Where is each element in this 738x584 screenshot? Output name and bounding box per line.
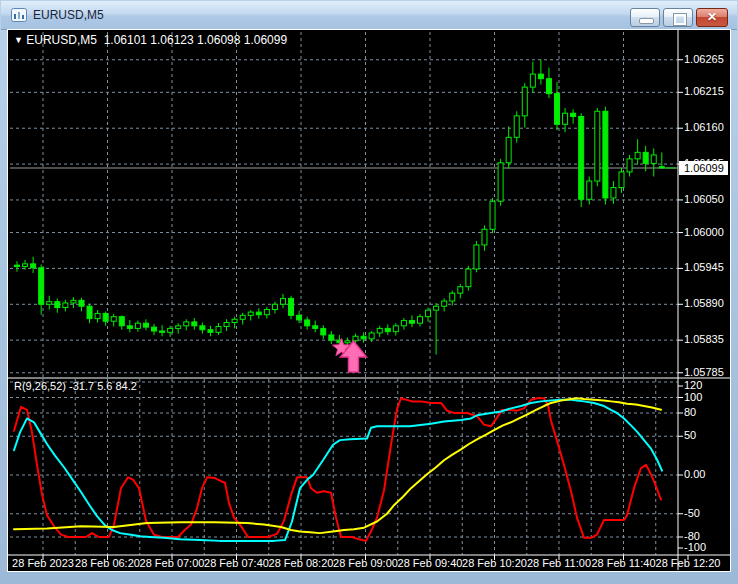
indicator-axis-label: 80: [684, 406, 696, 418]
price-axis-label: 1.06050: [684, 193, 724, 205]
current-price-badge: 1.06099: [679, 161, 728, 175]
price-axis-label: 1.05945: [684, 261, 724, 273]
symbol-period-label: EURUSD,M5: [26, 33, 97, 47]
restore-icon: [674, 14, 686, 25]
minimize-button[interactable]: [630, 8, 660, 27]
indicator-axis-label: -100: [684, 541, 706, 553]
indicator-axis-label: 0.00: [684, 468, 705, 480]
ohlc-values: 1.06101 1.06123 1.06098 1.06099: [104, 33, 288, 47]
price-axis-label: 1.05890: [684, 297, 724, 309]
chevron-down-icon: ▼: [14, 35, 23, 45]
time-axis-label: 28 Feb 12:20: [656, 557, 721, 569]
time-axis-label: 28 Feb 07:00: [140, 557, 205, 569]
minimize-icon: [639, 18, 654, 24]
time-axis-label: 28 Feb 11:40: [591, 557, 655, 569]
indicator-axis-label: 50: [684, 429, 696, 441]
price-axis-label: 1.05785: [684, 366, 724, 378]
indicator-axis-label: -50: [684, 507, 700, 519]
time-axis-label: 28 Feb 09:00: [333, 557, 398, 569]
price-axis-label: 1.06215: [684, 85, 724, 97]
price-axis-label: 1.06265: [684, 53, 724, 65]
indicator-axis-label: 120: [684, 379, 702, 391]
indicator-name-label: R(9,26,52) -31.7 5.6 84.2: [14, 380, 137, 392]
time-axis-label: 28 Feb 08:20: [269, 557, 334, 569]
time-axis-label: 28 Feb 11:00: [527, 557, 591, 569]
chart-ohlc-header: ▼ EURUSD,M5 1.06101 1.06123 1.06098 1.06…: [14, 33, 287, 47]
window-titlebar[interactable]: EURUSD,M5 ✕: [1, 1, 737, 30]
price-axis-label: 1.06000: [684, 226, 724, 238]
time-axis-label: 28 Feb 10:20: [462, 557, 527, 569]
time-axis-label: 28 Feb 07:40: [204, 557, 269, 569]
time-axis-label: 28 Feb 06:20: [75, 557, 140, 569]
price-axis-label: 1.06160: [684, 121, 724, 133]
chart-client-area[interactable]: ▼ EURUSD,M5 1.06101 1.06123 1.06098 1.06…: [7, 29, 731, 572]
close-button[interactable]: ✕: [696, 8, 728, 27]
chart-canvas[interactable]: [8, 30, 730, 571]
indicator-axis-label: 100: [684, 391, 702, 403]
mt4-chart-window: EURUSD,M5 ✕ ▼ EURUSD,M5 1.06101 1.06123 …: [0, 0, 738, 584]
price-axis-label: 1.05835: [684, 333, 724, 345]
time-axis-label: 28 Feb 09:40: [398, 557, 463, 569]
time-axis-label: 28 Feb 2023: [12, 557, 74, 569]
chart-window-icon: [11, 7, 27, 23]
restore-button[interactable]: [663, 8, 693, 27]
window-title: EURUSD,M5: [33, 8, 104, 22]
